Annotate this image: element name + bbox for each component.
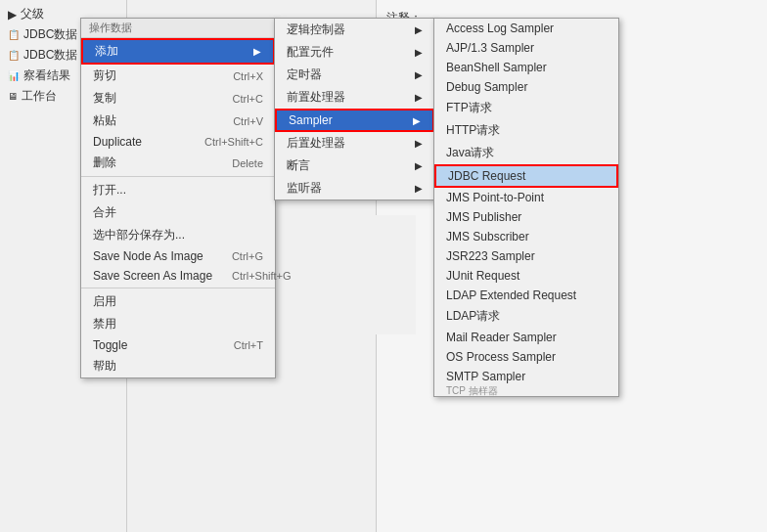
menu-item-save-selection-label: 选中部分保存为...	[93, 227, 185, 244]
preprocessor-arrow-icon: ▶	[415, 92, 423, 103]
menu-item-jms-subscriber[interactable]: JMS Subscriber	[434, 227, 618, 246]
copy-shortcut: Ctrl+C	[233, 93, 263, 105]
menu-item-enable-label: 启用	[93, 293, 116, 310]
menu-item-timer[interactable]: 定时器 ▶	[275, 64, 434, 86]
menu-item-save-selection[interactable]: 选中部分保存为...	[81, 224, 275, 246]
sidebar-parent-label: 父级	[21, 6, 44, 22]
menu-item-duplicate-label: Duplicate	[93, 135, 142, 149]
menu-item-cut-label: 剪切	[93, 67, 116, 84]
cut-shortcut: Ctrl+X	[233, 70, 263, 82]
separator-1	[81, 176, 275, 177]
menu-item-assertion[interactable]: 断言 ▶	[275, 155, 434, 177]
menu-item-jsr223-label: JSR223 Sampler	[446, 249, 535, 263]
menu-item-save-node-label: Save Node As Image	[93, 249, 203, 263]
menu-item-sampler[interactable]: Sampler ▶	[275, 109, 434, 132]
menu-item-disable[interactable]: 禁用	[81, 313, 275, 335]
menu-item-add[interactable]: 添加 ▶	[81, 38, 275, 65]
workbench-icon: 🖥	[8, 91, 18, 102]
menu-item-enable[interactable]: 启用	[81, 290, 275, 313]
menu-item-tcp[interactable]: TCP 抽样器	[434, 386, 618, 396]
menu-item-ldap[interactable]: LDAP请求	[434, 305, 618, 328]
menu-item-logic-label: 逻辑控制器	[287, 22, 345, 38]
menu-item-debug[interactable]: Debug Sampler	[434, 77, 618, 97]
menu-item-java[interactable]: Java请求	[434, 142, 618, 164]
menu-item-open[interactable]: 打开...	[81, 179, 275, 201]
menu-item-timer-label: 定时器	[287, 66, 322, 83]
sidebar-workbench-label: 工作台	[22, 88, 57, 105]
listener-arrow-icon: ▶	[415, 183, 423, 194]
menu-item-toggle[interactable]: Toggle Ctrl+T	[81, 335, 275, 355]
menu-item-access-log[interactable]: Access Log Sampler	[434, 19, 618, 38]
sidebar-parent-icon: ▶	[8, 8, 17, 22]
menu-item-ldap-extended[interactable]: LDAP Extended Request	[434, 286, 618, 305]
menu-item-jms-subscriber-label: JMS Subscriber	[446, 230, 529, 244]
menu-item-save-node[interactable]: Save Node As Image Ctrl+G	[81, 246, 275, 266]
logic-arrow-icon: ▶	[415, 24, 423, 35]
menu-header: 操作数据	[81, 19, 275, 38]
sidebar-view-label: 察看结果	[23, 67, 70, 84]
menu-item-jsr223[interactable]: JSR223 Sampler	[434, 246, 618, 266]
sidebar-jdbc2-label: JDBC数据	[23, 47, 77, 64]
sidebar-jdbc2-icon: 📋	[8, 50, 20, 61]
toggle-shortcut: Ctrl+T	[234, 339, 263, 351]
menu-item-jms-point[interactable]: JMS Point-to-Point	[434, 188, 618, 207]
menu-item-help[interactable]: 帮助	[81, 355, 275, 377]
menu-item-listener[interactable]: 监听器 ▶	[275, 177, 434, 200]
add-arrow-icon: ▶	[253, 46, 261, 57]
background: 注释： 后要执行的动作 继续 Start Next Thread Loop ▶ …	[0, 0, 767, 532]
menu-item-os-process-label: OS Process Sampler	[446, 350, 556, 364]
menu-item-jdbc[interactable]: JDBC Request	[434, 164, 618, 188]
menu-item-paste-label: 粘贴	[93, 112, 116, 129]
menu-item-beanshell-label: BeanShell Sampler	[446, 61, 547, 74]
menu-item-ajp-label: AJP/1.3 Sampler	[446, 41, 534, 55]
menu-item-listener-label: 监听器	[287, 180, 322, 197]
menu-item-os-process[interactable]: OS Process Sampler	[434, 347, 618, 367]
menu-item-duplicate[interactable]: Duplicate Ctrl+Shift+C	[81, 132, 275, 152]
menu-item-junit[interactable]: JUnit Request	[434, 266, 618, 286]
postprocessor-arrow-icon: ▶	[415, 138, 423, 149]
menu-item-ldap-label: LDAP请求	[446, 308, 500, 325]
menu-item-mail-reader[interactable]: Mail Reader Sampler	[434, 328, 618, 347]
separator-2	[81, 288, 275, 288]
menu-item-beanshell[interactable]: BeanShell Sampler	[434, 58, 618, 77]
menu-item-help-label: 帮助	[93, 358, 116, 375]
menu-item-ftp-label: FTP请求	[446, 100, 492, 116]
menu-item-postprocessor[interactable]: 后置处理器 ▶	[275, 132, 434, 155]
menu-item-smtp[interactable]: SMTP Sampler	[434, 367, 618, 386]
menu-item-mail-reader-label: Mail Reader Sampler	[446, 331, 557, 344]
menu-item-preprocessor[interactable]: 前置处理器 ▶	[275, 86, 434, 109]
menu-item-open-label: 打开...	[93, 182, 126, 199]
menu-item-assertion-label: 断言	[287, 157, 310, 174]
menu-item-save-screen[interactable]: Save Screen As Image Ctrl+Shift+G	[81, 266, 275, 286]
menu-item-delete-label: 删除	[93, 155, 116, 171]
config-arrow-icon: ▶	[415, 47, 423, 58]
timer-arrow-icon: ▶	[415, 69, 423, 80]
menu-item-logic[interactable]: 逻辑控制器 ▶	[275, 19, 434, 41]
menu-item-config[interactable]: 配置元件 ▶	[275, 41, 434, 64]
assertion-arrow-icon: ▶	[415, 160, 423, 171]
menu-item-http-label: HTTP请求	[446, 122, 500, 139]
menu-item-merge[interactable]: 合并	[81, 201, 275, 224]
context-menu-2: 逻辑控制器 ▶ 配置元件 ▶ 定时器 ▶ 前置处理器 ▶ Sampler ▶ 后…	[274, 18, 435, 200]
menu-item-add-label: 添加	[95, 43, 118, 60]
menu-item-ldap-extended-label: LDAP Extended Request	[446, 288, 576, 302]
menu-item-tcp-label: TCP 抽样器	[446, 386, 498, 396]
menu-item-save-screen-label: Save Screen As Image	[93, 269, 212, 283]
menu-item-jms-publisher[interactable]: JMS Publisher	[434, 207, 618, 227]
save-screen-shortcut: Ctrl+Shift+G	[232, 270, 292, 282]
menu-item-ftp[interactable]: FTP请求	[434, 97, 618, 119]
menu-item-copy[interactable]: 复制 Ctrl+C	[81, 87, 275, 110]
menu-item-junit-label: JUnit Request	[446, 269, 519, 283]
menu-item-ajp[interactable]: AJP/1.3 Sampler	[434, 38, 618, 58]
menu-item-preprocessor-label: 前置处理器	[287, 89, 345, 106]
menu-item-jms-point-label: JMS Point-to-Point	[446, 191, 544, 204]
save-node-shortcut: Ctrl+G	[232, 250, 263, 262]
menu-item-cut[interactable]: 剪切 Ctrl+X	[81, 65, 275, 87]
sidebar-jdbc1-label: JDBC数据	[23, 26, 77, 43]
menu-item-debug-label: Debug Sampler	[446, 80, 527, 94]
sampler-arrow-icon: ▶	[413, 115, 421, 126]
menu-item-paste[interactable]: 粘贴 Ctrl+V	[81, 110, 275, 132]
menu-item-postprocessor-label: 后置处理器	[287, 135, 345, 152]
menu-item-delete[interactable]: 删除 Delete	[81, 152, 275, 174]
menu-item-http[interactable]: HTTP请求	[434, 119, 618, 142]
